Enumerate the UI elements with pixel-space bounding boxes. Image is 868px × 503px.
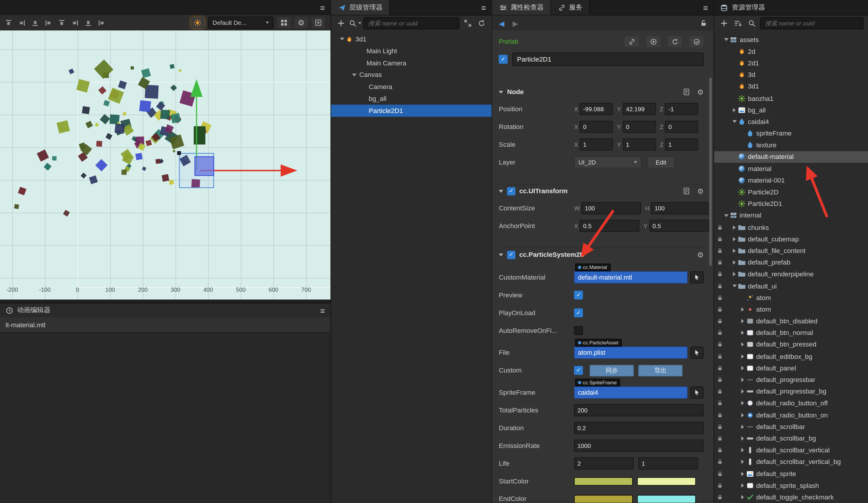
- asset-row-texture[interactable]: texture: [714, 140, 868, 151]
- asset-row-bg-all[interactable]: bg_all: [714, 104, 868, 116]
- sync-button[interactable]: 同步: [590, 365, 634, 376]
- custommaterial-picker-button[interactable]: [690, 271, 703, 284]
- animation-menu-icon[interactable]: ≡: [320, 306, 325, 315]
- tree-right-arrow-icon[interactable]: [731, 225, 737, 229]
- uitransform-enabled-checkbox[interactable]: [507, 187, 515, 195]
- collapse-arrow-icon[interactable]: [499, 253, 503, 256]
- export-button[interactable]: 导出: [638, 365, 682, 376]
- anchorpoint-y-input[interactable]: [649, 220, 709, 232]
- position-x-input[interactable]: [580, 103, 613, 115]
- asset-row-default-radio-button-off[interactable]: default_radio_button_off: [714, 397, 868, 409]
- layout-button[interactable]: [277, 17, 290, 28]
- tree-right-arrow-icon[interactable]: [740, 331, 746, 335]
- prefab-refresh-button[interactable]: [668, 36, 682, 47]
- refresh-button[interactable]: [476, 18, 487, 29]
- life-variance-input[interactable]: [638, 458, 698, 470]
- tree-right-arrow-icon[interactable]: [740, 448, 746, 452]
- playonload-checkbox[interactable]: [574, 308, 583, 317]
- tree-right-arrow-icon[interactable]: [740, 483, 746, 487]
- asset-row-default-sprite[interactable]: default_sprite: [714, 468, 868, 480]
- asset-row-default-scrollbar-vertical-bg[interactable]: default_scrollbar_vertical_bg: [714, 456, 868, 468]
- asset-row-material[interactable]: material: [714, 163, 868, 175]
- duration-input[interactable]: [574, 422, 703, 434]
- node-docs-icon[interactable]: [682, 88, 691, 96]
- align-top-button[interactable]: [2, 17, 14, 28]
- collapse-all-button[interactable]: [462, 18, 473, 29]
- tree-right-arrow-icon[interactable]: [731, 260, 737, 265]
- anchorpoint-x-input[interactable]: [580, 220, 640, 232]
- add-node-button[interactable]: [335, 18, 347, 29]
- tree-right-arrow-icon[interactable]: [740, 413, 746, 417]
- particlesystem2d-enabled-checkbox[interactable]: [507, 250, 515, 259]
- scene-viewport[interactable]: -200-1000100200300400500600700: [0, 30, 330, 299]
- add-asset-button[interactable]: [719, 18, 730, 29]
- tree-right-arrow-icon[interactable]: [740, 307, 746, 311]
- sort-assets-button[interactable]: [733, 18, 743, 29]
- custom-checkbox[interactable]: [574, 366, 583, 375]
- tree-right-arrow-icon[interactable]: [731, 108, 737, 112]
- asset-row-particle2d1[interactable]: Particle2D1: [714, 198, 868, 210]
- hierarchy-row-3d1[interactable]: 3d1: [331, 33, 492, 45]
- spriteframe-picker-button[interactable]: [690, 387, 703, 399]
- inspector-menu-icon[interactable]: ≡: [703, 3, 708, 11]
- align-middle-button[interactable]: [16, 17, 28, 28]
- expand-button[interactable]: [311, 17, 325, 28]
- section-node[interactable]: Node ⚙: [499, 85, 703, 99]
- asset-row-particle2d[interactable]: Particle2D: [714, 186, 868, 198]
- asset-row-default-btn-normal[interactable]: default_btn_normal: [714, 327, 868, 339]
- asset-row-default-renderpipeline[interactable]: default_renderpipeline: [714, 268, 868, 280]
- emissionrate-input[interactable]: [574, 440, 703, 452]
- hierarchy-row-camera[interactable]: Camera: [331, 81, 492, 93]
- tree-down-arrow-icon[interactable]: [731, 285, 737, 287]
- section-uitransform[interactable]: cc.UITransform ⚙: [499, 184, 703, 198]
- scene-settings-button[interactable]: ⚙: [294, 17, 308, 28]
- asset-row-2d[interactable]: 2d: [714, 45, 868, 58]
- autoremove-checkbox[interactable]: [574, 326, 583, 335]
- asset-row-default-prefab[interactable]: default_prefab: [714, 257, 868, 268]
- asset-row-3d[interactable]: 3d: [714, 69, 868, 81]
- tree-right-arrow-icon[interactable]: [731, 248, 737, 253]
- light-toggle-button[interactable]: [191, 17, 204, 28]
- asset-row-internal[interactable]: internal: [714, 210, 868, 222]
- rotation-z-input[interactable]: [665, 121, 698, 133]
- tree-right-arrow-icon[interactable]: [740, 366, 746, 370]
- custommaterial-value[interactable]: default-material.mtl: [574, 271, 688, 284]
- asset-row-default-radio-button-on[interactable]: default_radio_button_on: [714, 409, 868, 421]
- tree-right-arrow-icon[interactable]: [740, 436, 746, 441]
- file-picker-button[interactable]: [690, 347, 703, 359]
- tree-down-arrow-icon[interactable]: [723, 38, 729, 41]
- asset-row-baozha1[interactable]: baozha1: [714, 92, 868, 104]
- startcolor-variance-swatch[interactable]: [637, 477, 696, 485]
- endcolor-variance-swatch[interactable]: [637, 495, 696, 503]
- asset-row-default-editbox-bg[interactable]: default_editbox_bg: [714, 351, 868, 362]
- hierarchy-menu-icon[interactable]: ≡: [481, 3, 486, 11]
- animation-file-row[interactable]: lt-material.mtl: [0, 317, 330, 332]
- prefab-add-button[interactable]: [646, 36, 661, 47]
- hierarchy-row-main-camera[interactable]: Main Camera: [331, 57, 492, 69]
- asset-row-2d1[interactable]: 2d1: [714, 57, 868, 69]
- align-right-button[interactable]: [69, 17, 81, 28]
- rotation-x-input[interactable]: [580, 121, 613, 133]
- asset-row-default-scrollbar[interactable]: default_scrollbar: [714, 421, 868, 433]
- asset-row-material-001[interactable]: material-001: [714, 175, 868, 186]
- asset-row-default-scrollbar-bg[interactable]: default_scrollbar_bg: [714, 433, 868, 444]
- assets-search-input[interactable]: [760, 17, 864, 29]
- distribute-vertical-button[interactable]: [95, 17, 107, 28]
- align-center-button[interactable]: [55, 17, 68, 28]
- tree-right-arrow-icon[interactable]: [740, 354, 746, 359]
- layer-dropdown[interactable]: UI_2D: [574, 156, 641, 168]
- asset-row-default-progressbar-bg[interactable]: default_progressbar_bg: [714, 386, 868, 398]
- asset-row-assets[interactable]: assets: [714, 34, 868, 45]
- asset-row-default-progressbar[interactable]: default_progressbar: [714, 374, 868, 386]
- scale-y-input[interactable]: [623, 138, 656, 151]
- tree-right-arrow-icon[interactable]: [740, 401, 746, 406]
- asset-row-default-material[interactable]: default-material: [714, 151, 868, 163]
- selected-node-sprite[interactable]: [195, 157, 214, 176]
- tree-right-arrow-icon[interactable]: [731, 237, 737, 241]
- tree-right-arrow-icon[interactable]: [740, 495, 746, 500]
- tree-right-arrow-icon[interactable]: [740, 378, 746, 382]
- distribute-horizontal-button[interactable]: [82, 17, 94, 28]
- tree-down-arrow-icon[interactable]: [351, 73, 357, 76]
- hierarchy-row-main-light[interactable]: Main Light: [331, 45, 492, 57]
- asset-row-atom[interactable]: atom: [714, 292, 868, 304]
